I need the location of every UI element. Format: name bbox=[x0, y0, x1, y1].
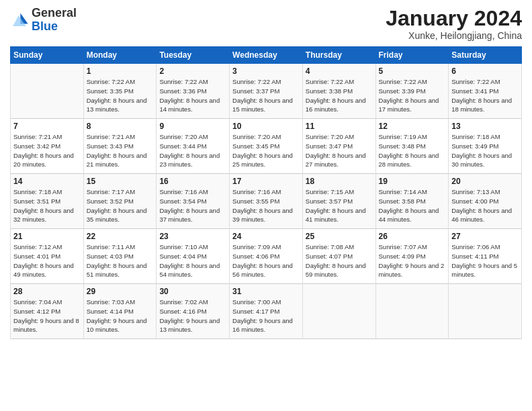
day-info: Sunrise: 7:19 AM Sunset: 3:48 PM Dayligh… bbox=[379, 132, 446, 169]
calendar-cell: 18Sunrise: 7:15 AM Sunset: 3:57 PM Dayli… bbox=[302, 174, 375, 229]
week-row-5: 28Sunrise: 7:04 AM Sunset: 4:12 PM Dayli… bbox=[11, 284, 522, 339]
day-number: 26 bbox=[379, 232, 446, 241]
day-number: 15 bbox=[87, 177, 154, 186]
calendar-cell: 30Sunrise: 7:02 AM Sunset: 4:16 PM Dayli… bbox=[157, 284, 230, 339]
day-number: 19 bbox=[379, 177, 446, 186]
day-number: 11 bbox=[306, 122, 373, 131]
day-info: Sunrise: 7:15 AM Sunset: 3:57 PM Dayligh… bbox=[306, 187, 373, 224]
day-number: 3 bbox=[232, 66, 300, 76]
header-day-wednesday: Wednesday bbox=[230, 47, 303, 64]
calendar-cell: 31Sunrise: 7:00 AM Sunset: 4:17 PM Dayli… bbox=[230, 284, 303, 339]
day-info: Sunrise: 7:08 AM Sunset: 4:07 PM Dayligh… bbox=[306, 242, 373, 279]
calendar-cell bbox=[11, 64, 84, 119]
day-number: 13 bbox=[451, 122, 519, 131]
calendar-cell: 1Sunrise: 7:22 AM Sunset: 3:35 PM Daylig… bbox=[83, 64, 157, 119]
day-info: Sunrise: 7:21 AM Sunset: 3:43 PM Dayligh… bbox=[87, 132, 154, 169]
calendar-cell: 27Sunrise: 7:06 AM Sunset: 4:11 PM Dayli… bbox=[449, 229, 522, 284]
day-number: 6 bbox=[451, 66, 519, 76]
day-number: 14 bbox=[13, 177, 81, 186]
day-info: Sunrise: 7:10 AM Sunset: 4:04 PM Dayligh… bbox=[159, 242, 226, 279]
calendar-cell bbox=[375, 284, 449, 339]
day-info: Sunrise: 7:04 AM Sunset: 4:12 PM Dayligh… bbox=[13, 298, 81, 334]
calendar-cell: 8Sunrise: 7:21 AM Sunset: 3:43 PM Daylig… bbox=[83, 119, 157, 174]
calendar-cell: 16Sunrise: 7:16 AM Sunset: 3:54 PM Dayli… bbox=[157, 174, 230, 229]
day-info: Sunrise: 7:06 AM Sunset: 4:11 PM Dayligh… bbox=[451, 242, 519, 279]
page-container: General Blue January 2024 Xunke, Heilong… bbox=[0, 0, 532, 411]
day-number: 7 bbox=[13, 122, 81, 131]
day-info: Sunrise: 7:17 AM Sunset: 3:52 PM Dayligh… bbox=[87, 187, 154, 224]
header-day-monday: Monday bbox=[83, 47, 157, 64]
calendar-cell: 24Sunrise: 7:09 AM Sunset: 4:06 PM Dayli… bbox=[230, 229, 303, 284]
day-info: Sunrise: 7:20 AM Sunset: 3:47 PM Dayligh… bbox=[306, 132, 373, 169]
day-number: 30 bbox=[159, 287, 226, 296]
week-row-1: 1Sunrise: 7:22 AM Sunset: 3:35 PM Daylig… bbox=[11, 64, 522, 119]
logo-line1: General bbox=[32, 6, 77, 19]
calendar-cell: 29Sunrise: 7:03 AM Sunset: 4:14 PM Dayli… bbox=[83, 284, 157, 339]
day-info: Sunrise: 7:22 AM Sunset: 3:41 PM Dayligh… bbox=[451, 77, 519, 114]
day-info: Sunrise: 7:07 AM Sunset: 4:09 PM Dayligh… bbox=[379, 242, 446, 279]
header-day-thursday: Thursday bbox=[302, 47, 375, 64]
calendar-table: SundayMondayTuesdayWednesdayThursdayFrid… bbox=[10, 46, 522, 339]
calendar-cell: 2Sunrise: 7:22 AM Sunset: 3:36 PM Daylig… bbox=[157, 64, 230, 119]
calendar-cell: 19Sunrise: 7:14 AM Sunset: 3:58 PM Dayli… bbox=[375, 174, 449, 229]
calendar-cell: 25Sunrise: 7:08 AM Sunset: 4:07 PM Dayli… bbox=[302, 229, 375, 284]
day-number: 16 bbox=[159, 177, 226, 186]
calendar-cell: 3Sunrise: 7:22 AM Sunset: 3:37 PM Daylig… bbox=[230, 64, 303, 119]
day-number: 8 bbox=[87, 122, 154, 131]
day-info: Sunrise: 7:20 AM Sunset: 3:44 PM Dayligh… bbox=[159, 132, 226, 169]
calendar-cell: 20Sunrise: 7:13 AM Sunset: 4:00 PM Dayli… bbox=[449, 174, 522, 229]
calendar-cell: 11Sunrise: 7:20 AM Sunset: 3:47 PM Dayli… bbox=[302, 119, 375, 174]
title-block: January 2024 Xunke, Heilongjiang, China bbox=[386, 7, 522, 41]
calendar-cell: 13Sunrise: 7:18 AM Sunset: 3:49 PM Dayli… bbox=[449, 119, 522, 174]
day-info: Sunrise: 7:03 AM Sunset: 4:14 PM Dayligh… bbox=[87, 298, 154, 334]
day-info: Sunrise: 7:22 AM Sunset: 3:35 PM Dayligh… bbox=[87, 77, 154, 114]
calendar-cell: 14Sunrise: 7:18 AM Sunset: 3:51 PM Dayli… bbox=[11, 174, 84, 229]
header-day-friday: Friday bbox=[375, 47, 449, 64]
day-info: Sunrise: 7:09 AM Sunset: 4:06 PM Dayligh… bbox=[232, 242, 300, 279]
day-number: 17 bbox=[232, 177, 300, 186]
week-row-3: 14Sunrise: 7:18 AM Sunset: 3:51 PM Dayli… bbox=[11, 174, 522, 229]
calendar-header: SundayMondayTuesdayWednesdayThursdayFrid… bbox=[11, 47, 522, 64]
day-info: Sunrise: 7:18 AM Sunset: 3:49 PM Dayligh… bbox=[451, 132, 519, 169]
header-day-saturday: Saturday bbox=[449, 47, 522, 64]
day-info: Sunrise: 7:22 AM Sunset: 3:38 PM Dayligh… bbox=[306, 77, 373, 114]
day-info: Sunrise: 7:12 AM Sunset: 4:01 PM Dayligh… bbox=[13, 242, 81, 279]
day-info: Sunrise: 7:14 AM Sunset: 3:58 PM Dayligh… bbox=[379, 187, 446, 224]
calendar-cell: 23Sunrise: 7:10 AM Sunset: 4:04 PM Dayli… bbox=[157, 229, 230, 284]
logo: General Blue bbox=[10, 7, 77, 34]
calendar-cell bbox=[449, 284, 522, 339]
day-number: 24 bbox=[232, 232, 300, 241]
calendar-cell: 9Sunrise: 7:20 AM Sunset: 3:44 PM Daylig… bbox=[157, 119, 230, 174]
day-info: Sunrise: 7:00 AM Sunset: 4:17 PM Dayligh… bbox=[232, 298, 300, 334]
day-number: 2 bbox=[159, 66, 226, 76]
day-number: 18 bbox=[306, 177, 373, 186]
logo-text: General Blue bbox=[32, 7, 77, 34]
day-number: 4 bbox=[306, 66, 373, 76]
day-info: Sunrise: 7:13 AM Sunset: 4:00 PM Dayligh… bbox=[451, 187, 519, 224]
calendar-cell: 15Sunrise: 7:17 AM Sunset: 3:52 PM Dayli… bbox=[83, 174, 157, 229]
calendar-cell: 28Sunrise: 7:04 AM Sunset: 4:12 PM Dayli… bbox=[11, 284, 84, 339]
day-info: Sunrise: 7:22 AM Sunset: 3:36 PM Dayligh… bbox=[159, 77, 226, 114]
day-number: 10 bbox=[232, 122, 300, 131]
day-info: Sunrise: 7:20 AM Sunset: 3:45 PM Dayligh… bbox=[232, 132, 300, 169]
week-row-2: 7Sunrise: 7:21 AM Sunset: 3:42 PM Daylig… bbox=[11, 119, 522, 174]
day-number: 31 bbox=[232, 287, 300, 296]
header-row: SundayMondayTuesdayWednesdayThursdayFrid… bbox=[11, 47, 522, 64]
location-subtitle: Xunke, Heilongjiang, China bbox=[386, 30, 522, 41]
day-info: Sunrise: 7:02 AM Sunset: 4:16 PM Dayligh… bbox=[159, 298, 226, 334]
day-number: 23 bbox=[159, 232, 226, 241]
day-info: Sunrise: 7:21 AM Sunset: 3:42 PM Dayligh… bbox=[13, 132, 81, 169]
day-number: 22 bbox=[87, 232, 154, 241]
day-number: 27 bbox=[451, 232, 519, 241]
logo-line2: Blue bbox=[32, 19, 58, 33]
header-day-tuesday: Tuesday bbox=[157, 47, 230, 64]
day-info: Sunrise: 7:16 AM Sunset: 3:55 PM Dayligh… bbox=[232, 187, 300, 224]
day-number: 21 bbox=[13, 232, 81, 241]
logo-icon bbox=[10, 11, 29, 30]
day-number: 12 bbox=[379, 122, 446, 131]
calendar-cell: 17Sunrise: 7:16 AM Sunset: 3:55 PM Dayli… bbox=[230, 174, 303, 229]
month-title: January 2024 bbox=[386, 7, 522, 30]
week-row-4: 21Sunrise: 7:12 AM Sunset: 4:01 PM Dayli… bbox=[11, 229, 522, 284]
day-info: Sunrise: 7:22 AM Sunset: 3:37 PM Dayligh… bbox=[232, 77, 300, 114]
day-number: 25 bbox=[306, 232, 373, 241]
